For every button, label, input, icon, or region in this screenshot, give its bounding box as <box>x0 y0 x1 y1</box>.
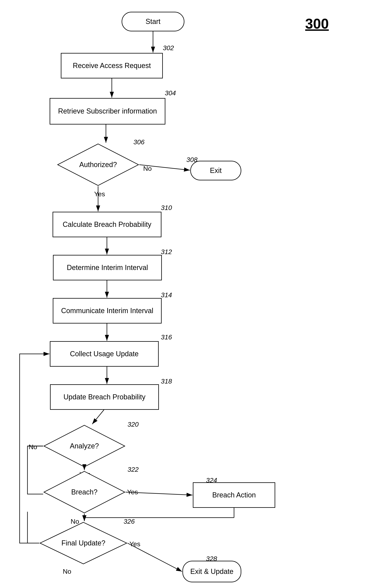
svg-line-14 <box>92 410 104 424</box>
receive-access-request: Receive Access Request <box>61 53 163 78</box>
exit-update-shape: Exit & Update <box>183 561 241 582</box>
update-breach-probability: Update Breach Probability <box>50 384 159 410</box>
ref-304: 304 <box>165 89 176 97</box>
ref-320: 320 <box>128 421 139 428</box>
exit-shape: Exit <box>190 161 241 180</box>
label-no-326: No <box>63 568 71 575</box>
ref-316: 316 <box>161 333 172 341</box>
ref-318: 318 <box>161 377 172 385</box>
breach-action: Breach Action <box>193 482 275 508</box>
start-shape: Start <box>122 12 184 31</box>
ref-310: 310 <box>161 204 172 212</box>
label-no-320: No <box>29 443 37 451</box>
ref-312: 312 <box>161 248 172 256</box>
label-yes-326: Yes <box>129 540 140 548</box>
flowchart-diagram: 300 Start 302 Receive Access Request 304… <box>0 0 368 588</box>
calculate-breach-probability: Calculate Breach Probability <box>53 212 161 237</box>
label-no-306: No <box>143 165 152 172</box>
label-yes-306: Yes <box>94 190 105 198</box>
authorized-diamond: Authorized? <box>57 143 139 186</box>
collect-usage-update: Collect Usage Update <box>50 341 159 367</box>
final-update-diamond: Final Update? <box>39 522 128 565</box>
determine-interim-interval: Determine Interim Interval <box>53 255 162 280</box>
communicate-interim-interval: Communicate Interim Interval <box>53 298 162 324</box>
figure-number: 300 <box>305 16 329 32</box>
ref-314: 314 <box>161 291 172 299</box>
ref-322: 322 <box>128 466 139 473</box>
breach-diamond: Breach? <box>43 470 126 514</box>
ref-302: 302 <box>163 44 174 52</box>
analyze-diamond: Analyze? <box>43 425 126 468</box>
label-yes-322: Yes <box>127 488 138 496</box>
retrieve-subscriber-info: Retrieve Subscriber information <box>50 98 165 125</box>
